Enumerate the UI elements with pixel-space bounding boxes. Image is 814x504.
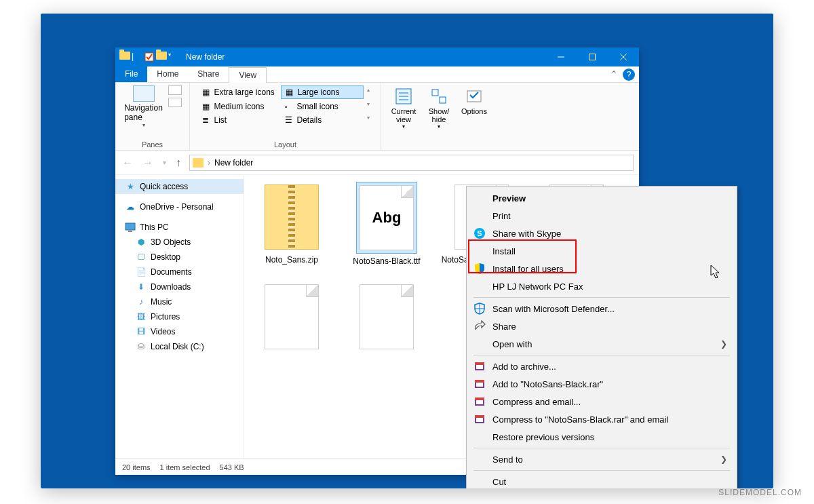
title-bar[interactable]: | ▾ New folder (115, 47, 639, 66)
xl-icon: ▦ (202, 88, 212, 97)
breadcrumb-folder[interactable]: New folder (214, 158, 253, 168)
disk-icon: ⛁ (136, 341, 147, 352)
ctx-share[interactable]: Share (468, 317, 735, 335)
navigation-pane-button[interactable]: Navigation pane ▾ (123, 85, 164, 128)
file-item-font-selected[interactable]: Abg NotoSans-Black.ttf (346, 182, 427, 275)
ctx-cut[interactable]: Cut (468, 473, 735, 488)
list-icon: ≣ (202, 115, 212, 125)
context-menu: Preview Print SShare with Skype Install … (466, 186, 737, 488)
ctx-restore[interactable]: Restore previous versions (468, 428, 735, 446)
svg-rect-20 (475, 380, 484, 383)
help-button[interactable]: ? (623, 69, 635, 81)
sidebar-this-pc[interactable]: This PC (115, 220, 244, 235)
ctx-add-archive[interactable]: Add to archive... (468, 357, 735, 375)
ctx-preview[interactable]: Preview (468, 189, 735, 207)
group-layout-label: Layout (274, 139, 296, 149)
ctx-share-skype[interactable]: SShare with Skype (468, 225, 735, 242)
qat-icon[interactable] (144, 52, 155, 62)
star-icon: ★ (125, 181, 136, 192)
tab-file[interactable]: File (115, 66, 147, 82)
ctx-hp-fax[interactable]: HP LJ Network PC Fax (468, 277, 735, 295)
sidebar-music[interactable]: ♪Music (115, 294, 244, 309)
svg-rect-2 (589, 54, 596, 60)
chevron-right-icon: ❯ (720, 454, 727, 464)
sidebar-desktop[interactable]: 🖵Desktop (115, 250, 244, 265)
current-view-button[interactable]: Current view ▾ (387, 85, 421, 131)
layout-extra-large[interactable]: ▦Extra large icons (198, 85, 281, 99)
layout-list[interactable]: ≣List (198, 114, 281, 126)
shield-icon (473, 263, 486, 275)
window-title: New folder (186, 52, 225, 62)
font-icon: Abg (360, 185, 414, 250)
layout-medium[interactable]: ▦Medium icons (198, 100, 281, 113)
svg-rect-10 (440, 97, 446, 103)
winrar-icon (473, 378, 486, 390)
group-panes-label: Panes (142, 139, 163, 149)
layout-details[interactable]: ☰Details (281, 114, 364, 126)
folder-icon (119, 52, 130, 62)
sidebar-downloads[interactable]: ⬇Downloads (115, 279, 244, 294)
chevron-right-icon: ❯ (720, 339, 727, 349)
svg-rect-23 (475, 398, 484, 400)
sidebar-documents[interactable]: 📄Documents (115, 265, 244, 279)
svg-rect-17 (475, 362, 484, 365)
folder-icon-2 (156, 52, 167, 62)
nav-forward[interactable]: → (141, 157, 155, 169)
winrar-icon (473, 395, 486, 408)
svg-rect-26 (475, 415, 484, 418)
nav-back[interactable]: ← (121, 157, 134, 169)
nav-recent-dropdown[interactable]: ▾ (161, 159, 168, 166)
preview-pane-button[interactable] (168, 85, 182, 95)
pictures-icon: 🖼 (136, 311, 147, 322)
ctx-add-rar[interactable]: Add to "NotoSans-Black.rar" (468, 375, 735, 393)
details-pane-button[interactable] (168, 98, 182, 107)
svg-text:S: S (477, 229, 482, 237)
file-item-font[interactable] (346, 282, 427, 355)
status-item-count: 20 items (122, 463, 151, 471)
sidebar-quick-access[interactable]: ★ Quick access (115, 179, 244, 194)
address-bar: ← → ▾ ↑ › New folder (115, 151, 639, 175)
qat-dropdown-icon[interactable]: ▾ (168, 52, 179, 62)
svg-rect-27 (476, 418, 483, 422)
maximize-button[interactable] (577, 47, 608, 66)
cloud-icon: ☁ (125, 201, 136, 212)
status-selected: 1 item selected (160, 463, 210, 471)
sidebar-3d-objects[interactable]: ⬢3D Objects (115, 235, 244, 250)
svg-rect-18 (476, 365, 483, 369)
sidebar-videos[interactable]: 🎞Videos (115, 324, 244, 339)
zip-icon (265, 185, 319, 250)
ribbon-collapse-button[interactable]: ⌃ (605, 66, 623, 82)
ctx-compress-rar-email[interactable]: Compress to "NotoSans-Black.rar" and ema… (468, 410, 735, 428)
ctx-defender[interactable]: Scan with Microsoft Defender... (468, 300, 735, 317)
file-item-font[interactable] (251, 282, 332, 355)
ctx-compress-email[interactable]: Compress and email... (468, 393, 735, 410)
tab-share[interactable]: Share (188, 66, 229, 82)
layout-large[interactable]: ▦Large icons (281, 85, 364, 99)
sidebar-pictures[interactable]: 🖼Pictures (115, 309, 244, 324)
minimize-button[interactable] (545, 47, 577, 66)
address-input[interactable]: › New folder (189, 155, 634, 171)
ctx-send-to[interactable]: Send to❯ (468, 450, 735, 468)
sidebar-local-disk[interactable]: ⛁Local Disk (C:) (115, 339, 244, 354)
ctx-install[interactable]: Install (468, 242, 735, 260)
close-button[interactable] (608, 47, 639, 66)
layout-more[interactable]: ▴▾▾ (364, 85, 373, 122)
ctx-print[interactable]: Print (468, 207, 735, 225)
sidebar-onedrive[interactable]: ☁ OneDrive - Personal (115, 199, 244, 214)
status-size: 543 KB (220, 463, 244, 471)
options-button[interactable]: Options (457, 85, 491, 131)
breadcrumb-separator: › (208, 158, 210, 168)
download-icon: ⬇ (136, 282, 147, 292)
ctx-open-with[interactable]: Open with❯ (468, 335, 735, 353)
svg-rect-9 (432, 90, 438, 96)
tab-home[interactable]: Home (147, 66, 188, 82)
cursor-icon (710, 265, 721, 279)
show-hide-button[interactable]: Show/ hide ▾ (422, 85, 456, 131)
tab-view[interactable]: View (229, 67, 267, 83)
layout-small[interactable]: ▫Small icons (281, 100, 364, 113)
nav-sidebar: ★ Quick access ☁ OneDrive - Personal Thi… (115, 175, 244, 459)
winrar-icon (473, 360, 486, 372)
nav-up[interactable]: ↑ (174, 157, 182, 169)
ctx-install-all-users[interactable]: Install for all users (468, 260, 735, 277)
file-item-zip[interactable]: Noto_Sans.zip (251, 182, 332, 275)
